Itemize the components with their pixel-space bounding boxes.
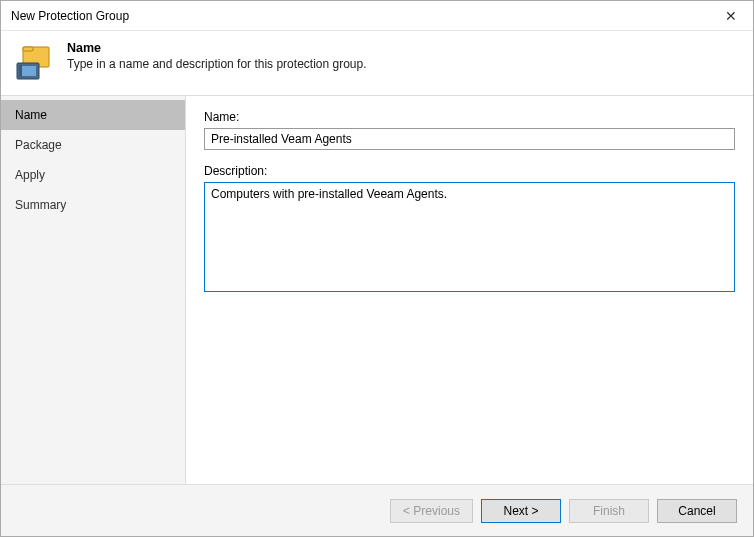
svg-rect-4 xyxy=(19,65,22,77)
finish-button: Finish xyxy=(569,499,649,523)
titlebar: New Protection Group ✕ xyxy=(1,1,753,31)
svg-rect-3 xyxy=(20,66,36,76)
description-label: Description: xyxy=(204,164,735,178)
description-input[interactable] xyxy=(204,182,735,292)
previous-button: < Previous xyxy=(390,499,473,523)
sidebar-item-summary[interactable]: Summary xyxy=(1,190,185,220)
close-button[interactable]: ✕ xyxy=(709,1,753,31)
sidebar-item-apply[interactable]: Apply xyxy=(1,160,185,190)
wizard-header: Name Type in a name and description for … xyxy=(1,31,753,96)
sidebar-item-name[interactable]: Name xyxy=(1,100,185,130)
sidebar-item-label: Package xyxy=(15,138,62,152)
window-title: New Protection Group xyxy=(11,9,129,23)
sidebar-item-label: Name xyxy=(15,108,47,122)
header-subheading: Type in a name and description for this … xyxy=(67,57,739,71)
sidebar-item-label: Apply xyxy=(15,168,45,182)
header-text: Name Type in a name and description for … xyxy=(67,41,739,71)
svg-rect-1 xyxy=(23,47,33,51)
sidebar-item-label: Summary xyxy=(15,198,66,212)
name-input[interactable] xyxy=(204,128,735,150)
wizard-footer: < Previous Next > Finish Cancel xyxy=(1,484,753,536)
name-label: Name: xyxy=(204,110,735,124)
protection-group-icon xyxy=(15,43,55,83)
wizard-body: Name Package Apply Summary Name: Descrip… xyxy=(1,96,753,484)
close-icon: ✕ xyxy=(725,8,737,24)
header-heading: Name xyxy=(67,41,739,55)
wizard-content: Name: Description: xyxy=(186,96,753,484)
sidebar-item-package[interactable]: Package xyxy=(1,130,185,160)
next-button[interactable]: Next > xyxy=(481,499,561,523)
cancel-button[interactable]: Cancel xyxy=(657,499,737,523)
wizard-sidebar: Name Package Apply Summary xyxy=(1,96,186,484)
